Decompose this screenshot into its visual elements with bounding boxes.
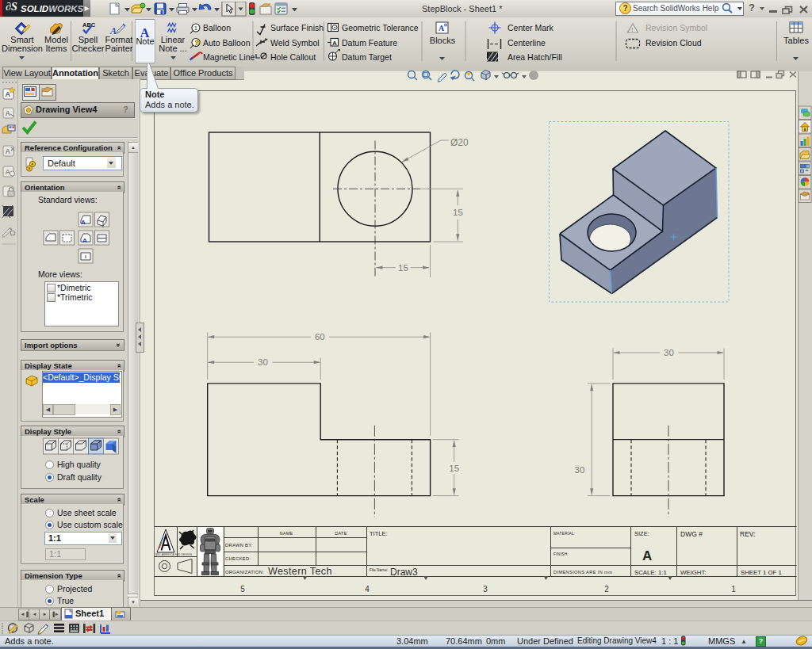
svg-text:1: 1 [194,25,197,31]
svg-text:A: A [82,237,87,244]
svg-text:SHEET 1 OF 1: SHEET 1 OF 1 [741,569,782,576]
svg-text:File Name:: File Name: [370,568,388,572]
svg-text:DATE: DATE [335,531,347,536]
svg-text:30: 30 [575,465,585,475]
svg-text:30: 30 [258,357,268,367]
svg-text:15: 15 [449,464,459,473]
svg-text:5: 5 [240,585,245,594]
svg-text:SIZE:: SIZE: [634,530,649,537]
svg-text:SCALE: 1:1: SCALE: 1:1 [634,569,667,576]
svg-text:A: A [6,109,11,117]
svg-text:1: 1 [731,585,736,594]
svg-text:REV:: REV: [740,530,756,538]
svg-text:Western Tech: Western Tech [268,566,332,577]
svg-text:A: A [6,147,11,155]
svg-text:NAME: NAME [279,531,293,536]
svg-text:15: 15 [398,263,408,273]
svg-text:WEIGHT:: WEIGHT: [680,569,707,576]
svg-text:4: 4 [365,585,370,594]
svg-text:Ø20: Ø20 [450,137,469,148]
svg-text:DWG #: DWG # [680,530,703,538]
svg-text:A: A [81,219,86,226]
svg-text:Draw3: Draw3 [390,567,418,578]
svg-text:MATERIAL:: MATERIAL: [553,532,576,536]
svg-text:A: A [332,40,337,47]
svg-text:A: A [439,24,445,32]
svg-text:A: A [642,548,652,563]
svg-text:TITLE:: TITLE: [370,530,388,537]
svg-text:ABC: ABC [82,21,96,29]
svg-text:60: 60 [315,332,325,342]
svg-text:ORGANIZATION:: ORGANIZATION: [225,570,264,575]
svg-text:3: 3 [483,585,488,594]
svg-text:DIMENSIONS ARE IN mm: DIMENSIONS ARE IN mm [553,570,612,575]
svg-text:CHECKED:: CHECKED: [225,556,251,561]
svg-text:15: 15 [453,208,463,217]
svg-text:30: 30 [664,348,674,357]
svg-text:A: A [6,90,11,98]
svg-text:MID-AMERICA FED DESIGN: MID-AMERICA FED DESIGN [155,553,193,556]
svg-text:FINISH:: FINISH: [553,552,569,556]
svg-text:DRAWN BY:: DRAWN BY: [225,543,253,548]
svg-text:!: ! [631,26,634,33]
svg-text:2: 2 [604,585,609,594]
